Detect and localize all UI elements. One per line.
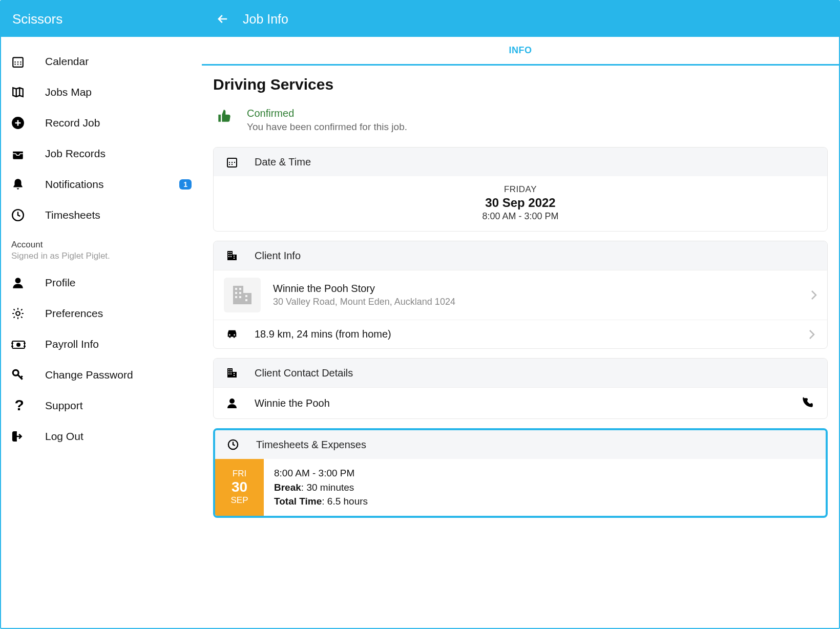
svg-rect-32 [243, 293, 251, 304]
svg-rect-25 [228, 254, 229, 255]
contact-row: Winnie the Pooh [214, 387, 827, 418]
sidebar-item-preferences[interactable]: Preferences [1, 298, 202, 329]
app-name: Scissors [1, 11, 202, 27]
account-signed-in: Signed in as Piglet Piglet. [1, 251, 202, 267]
client-address: 30 Valley Road, Mount Eden, Auckland 102… [273, 297, 799, 307]
date-box-number: 30 [215, 479, 264, 495]
distance-text: 18.9 km, 24 mins (from home) [255, 328, 792, 340]
job-title: Driving Services [213, 76, 828, 93]
sidebar-item-job-records[interactable]: Job Records [1, 138, 202, 169]
sidebar-item-logout[interactable]: Log Out [1, 421, 202, 452]
svg-rect-19 [229, 164, 230, 165]
bell-icon [11, 178, 45, 191]
svg-rect-31 [233, 286, 243, 304]
sidebar-item-label: Log Out [45, 430, 192, 443]
svg-point-41 [229, 334, 230, 336]
building-icon [226, 367, 238, 379]
notifications-badge: 1 [179, 179, 192, 190]
back-button[interactable] [215, 11, 230, 27]
sidebar-item-jobs-map[interactable]: Jobs Map [1, 77, 202, 108]
svg-rect-21 [227, 251, 233, 260]
svg-point-53 [229, 399, 235, 404]
svg-rect-40 [245, 299, 247, 301]
svg-rect-4 [15, 64, 16, 65]
sidebar-item-label: Notifications [45, 178, 179, 191]
sidebar-item-profile[interactable]: Profile [1, 267, 202, 298]
card-contact: Client Contact Details Winnie the Pooh [213, 358, 828, 419]
chevron-right-icon [811, 290, 817, 300]
sidebar-item-support[interactable]: ? Support [1, 390, 202, 421]
svg-rect-22 [233, 255, 237, 260]
svg-rect-36 [239, 292, 241, 294]
arrow-left-icon [216, 12, 230, 26]
svg-rect-47 [228, 371, 229, 372]
phone-icon[interactable] [801, 396, 815, 410]
svg-rect-16 [229, 162, 230, 163]
key-icon [11, 368, 45, 382]
card-client-info: Client Info Winnie the Pooh Story 30 Val… [213, 241, 828, 349]
clock-icon [11, 208, 45, 222]
svg-rect-43 [227, 368, 233, 378]
sidebar-item-label: Profile [45, 277, 192, 289]
calendar-icon [11, 55, 45, 68]
sidebar-item-change-password[interactable]: Change Password [1, 360, 202, 390]
tab-bar: INFO [202, 37, 839, 66]
svg-rect-24 [230, 252, 232, 253]
svg-text:?: ? [15, 398, 24, 413]
svg-rect-45 [228, 369, 229, 370]
svg-rect-38 [239, 296, 241, 298]
sidebar-item-label: Job Records [45, 148, 192, 160]
status-title: Confirmed [247, 108, 407, 119]
svg-rect-30 [234, 258, 235, 259]
card-title: Client Info [255, 250, 301, 262]
date-box-day: FRI [215, 469, 264, 479]
svg-rect-27 [228, 256, 229, 257]
map-icon [11, 86, 45, 99]
client-row[interactable]: Winnie the Pooh Story 30 Valley Road, Mo… [214, 270, 827, 320]
plus-circle-icon [11, 116, 45, 130]
sidebar-item-label: Timesheets [45, 209, 192, 221]
account-section-label: Account [1, 236, 202, 251]
timesheet-break: Break: 30 minutes [274, 480, 368, 495]
svg-rect-49 [228, 373, 229, 374]
svg-rect-51 [234, 373, 235, 374]
timesheet-time: 8:00 AM - 3:00 PM [274, 466, 368, 480]
sidebar-item-label: Preferences [45, 307, 192, 320]
svg-rect-44 [233, 372, 237, 378]
card-timesheets[interactable]: Timesheets & Expenses FRI 30 SEP 8:00 AM… [213, 428, 828, 518]
svg-rect-5 [17, 64, 18, 65]
svg-rect-2 [17, 61, 18, 62]
distance-row[interactable]: 18.9 km, 24 mins (from home) [214, 320, 827, 348]
sidebar-item-record-job[interactable]: Record Job [1, 108, 202, 138]
date-box-month: SEP [215, 495, 264, 506]
sidebar-item-label: Payroll Info [45, 338, 192, 350]
svg-rect-17 [232, 162, 233, 163]
card-datetime: Date & Time FRIDAY 30 Sep 2022 8:00 AM -… [213, 147, 828, 232]
svg-rect-52 [234, 375, 235, 376]
top-bar: Scissors Job Info [1, 1, 839, 37]
sidebar-item-calendar[interactable]: Calendar [1, 46, 202, 77]
logout-icon [11, 430, 45, 443]
clock-icon [227, 438, 240, 451]
gear-icon [11, 307, 45, 320]
sidebar-item-payroll[interactable]: Payroll Info [1, 329, 202, 360]
tab-info[interactable]: INFO [202, 37, 839, 64]
sidebar-item-label: Change Password [45, 369, 192, 381]
timesheet-date-box: FRI 30 SEP [215, 459, 264, 516]
svg-rect-34 [239, 288, 241, 290]
status-row: Confirmed You have been confirmed for th… [213, 108, 828, 133]
sidebar-item-label: Support [45, 400, 192, 412]
building-icon [226, 249, 238, 262]
sidebar-item-timesheets[interactable]: Timesheets [1, 200, 202, 230]
svg-rect-26 [230, 254, 232, 255]
sidebar-item-label: Record Job [45, 117, 192, 129]
svg-rect-23 [228, 252, 229, 253]
datetime-day: FRIDAY [214, 184, 827, 195]
money-icon [11, 338, 45, 351]
svg-rect-39 [245, 295, 247, 297]
sidebar-item-notifications[interactable]: Notifications 1 [1, 169, 202, 200]
client-thumb [224, 278, 261, 312]
client-name: Winnie the Pooh Story [273, 283, 799, 295]
svg-point-9 [15, 278, 21, 283]
svg-rect-6 [20, 64, 21, 65]
